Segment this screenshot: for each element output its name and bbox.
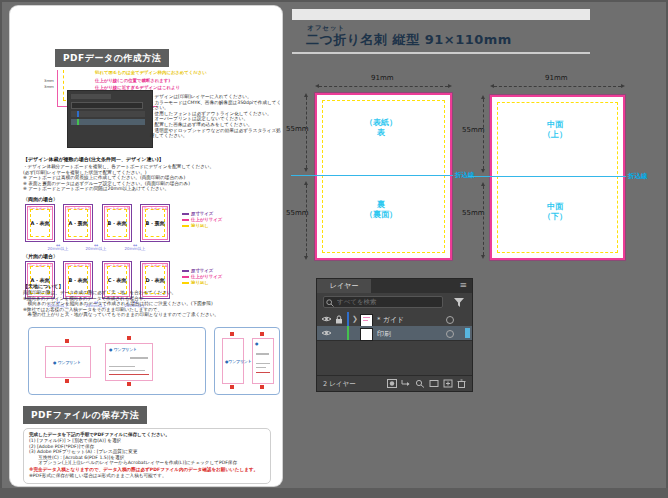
bleed-dim-b: 3mm	[44, 84, 54, 89]
frame-legend: 原寸サイズ 仕上がりサイズ 塗り足し	[182, 211, 222, 229]
top-marker	[127, 336, 131, 340]
yellow-swatch-icon	[182, 282, 189, 284]
filter-icon[interactable]	[454, 298, 464, 307]
screenshot-root: PDFデータの作成方法 切れて困るものは全てデザイン枠内におさめてください 3m…	[0, 0, 668, 498]
layer-row-print[interactable]: 印刷	[317, 326, 472, 341]
orientation-example-portrait: ●ワンプリント ●	[214, 327, 280, 395]
make-mask-icon[interactable]	[387, 379, 397, 388]
d1-bottom-panel-label: 裏 （裏面）	[331, 200, 431, 220]
sample-card-front: ●ワンプリント	[222, 338, 244, 384]
d1-top-panel-label: （表紙） 表	[331, 118, 431, 138]
trim-line-vertical	[57, 70, 58, 106]
layer-name[interactable]: 印刷	[377, 329, 391, 339]
panel-footer: 2 レイヤー	[317, 375, 472, 391]
d2-width-dim	[494, 86, 621, 87]
multi-design-rules: ・デザイン体裁分アートボードを複製し、各アートボードにデザインを配置してください…	[23, 164, 279, 192]
visibility-eye-icon[interactable]	[321, 315, 332, 323]
layers-panel: レイヤー ≡ ❯ * ガイド 印刷 2 レイヤー	[317, 279, 472, 391]
layer-color-chip	[347, 312, 349, 326]
instruction-page: PDFデータの作成方法 切れて困るものは全てデザイン枠内におさめてください 3m…	[10, 6, 282, 486]
bleed-note: 切れて困るものは全てデザイン枠内におさめてください	[95, 70, 207, 75]
group-simplex-label: 〈片面の場合〉	[23, 253, 58, 259]
bottom-marker	[260, 385, 264, 389]
artboard-card: アートボード2A・裏面	[63, 204, 93, 242]
locate-object-icon[interactable]	[415, 379, 425, 388]
product-title: 二つ折り名刺 縦型 91×110mm	[306, 31, 512, 49]
search-icon	[326, 299, 334, 307]
target-circle-icon[interactable]	[446, 330, 454, 338]
top-bar	[292, 9, 590, 20]
creation-rules-list: ・デザインは[印刷]レイヤーに入れてください。 ・カラーモードはCMYK、画像の…	[150, 94, 282, 139]
rule-line: 希望の仕上がりと天・地が異なっていてもそのままの印刷となりますのでご了承ください…	[23, 312, 279, 318]
d2-width-label: 91mm	[545, 74, 568, 82]
top-marker	[65, 339, 69, 343]
visibility-eye-icon[interactable]	[321, 329, 332, 337]
sample-card-front: ● ワンプリント	[45, 346, 91, 378]
collect-icon[interactable]	[429, 379, 439, 388]
sample-card-back: ● ワンプリント	[105, 343, 153, 381]
thumb-row	[71, 119, 145, 125]
magenta-swatch-icon	[182, 276, 189, 278]
d2-fold-line	[468, 176, 626, 177]
group-duplex-label: 〈両面の場合〉	[23, 196, 58, 202]
layer-count: 2 レイヤー	[323, 380, 356, 389]
layer-color-chip	[347, 326, 349, 340]
d2-lower-label: 55mm	[462, 209, 485, 217]
rule-line: ※ アートボードとアートボードの間隔は20mm以上あけてください。	[23, 186, 279, 192]
section-header-pdf-save: PDFファイルの保存方法	[23, 406, 147, 424]
rule-line: ・カラーモードはCMYK、画像の解像度は350dpiで作成してください。	[150, 100, 282, 111]
sample-logo: ● ワンプリント	[53, 360, 81, 365]
new-sublayer-icon[interactable]	[401, 379, 411, 388]
sample-logo: ●	[255, 341, 258, 346]
rule-line: ・透明度やドロップシャドウなどの効果は必ずラスタライズ処理してください。	[150, 128, 282, 139]
search-input[interactable]	[323, 296, 443, 308]
bottom-edge-band	[0, 488, 668, 498]
title-rule	[292, 52, 590, 54]
delete-trash-icon[interactable]	[457, 379, 466, 388]
artboard-card: アートボード3B・表面	[102, 204, 132, 242]
expand-chevron-icon[interactable]: ❯	[352, 315, 358, 323]
trim-note: 仕上がり線(この位置で裁断されます)	[95, 78, 170, 83]
new-layer-icon[interactable]	[443, 379, 453, 388]
bleed-dim-a: 3mm	[44, 78, 54, 83]
gap-dimension: ↔20mm以上	[43, 243, 73, 252]
lock-icon[interactable]	[335, 315, 343, 324]
layer-row-guide[interactable]: ❯ * ガイド	[317, 312, 472, 327]
tab-layers[interactable]: レイヤー	[317, 279, 371, 293]
layer-name[interactable]: * ガイド	[377, 315, 404, 325]
panel-menu-icon[interactable]: ≡	[459, 280, 467, 290]
bottom-marker	[230, 385, 234, 389]
save-warning: ※完全データ入稿となりますので、データ入稿の際は必ずPDFファイル内のデータ確認…	[29, 467, 258, 473]
d1-fold-line	[291, 175, 453, 176]
thumb-tab	[71, 94, 111, 99]
selection-color-chip	[465, 328, 470, 338]
frame-legend: 原寸サイズ 仕上がりサイズ 塗り足し	[182, 268, 222, 286]
purple-swatch-icon	[182, 213, 189, 215]
magenta-swatch-icon	[182, 219, 189, 221]
sample-logo: ● ワンプリント	[109, 347, 137, 352]
section-header-pdf-creation: PDFデータの作成方法	[55, 49, 169, 67]
orientation-header: 【天地について】	[23, 283, 63, 289]
gap-dimension: ↔20mm以上	[120, 243, 150, 252]
panel-tab-strip: レイヤー ≡	[317, 279, 472, 293]
layer-thumbnail[interactable]	[360, 314, 373, 327]
d2-fold-label: 折込線	[628, 172, 648, 181]
save-note: ※PDF形式に保存が難しい場合はai形式のままご入稿も可能です。	[29, 473, 167, 479]
orientation-rules: 両面印刷の際は、データ作成の際に必ず「天・地」を合わせてください。 ※縦向きのデ…	[23, 290, 279, 318]
d1-width-dim	[319, 86, 448, 87]
orientation-example-duplex: ● ワンプリント ● ワンプリント	[28, 327, 206, 395]
top-marker	[230, 332, 234, 336]
bottom-marker	[127, 382, 131, 386]
save-intro: 完成したデータを下記の手順でPDFファイルに保存してください。	[29, 432, 170, 438]
legend-item: 塗り足し	[182, 223, 222, 229]
gap-dimension: ↔20mm以上	[81, 243, 111, 252]
target-circle-icon[interactable]	[446, 316, 454, 324]
d1-width-label: 91mm	[371, 74, 394, 82]
d2-bottom-panel-label: 中面 （下）	[505, 202, 605, 222]
purple-swatch-icon	[182, 270, 189, 272]
d2-top-panel-label: 中面 （上）	[505, 120, 605, 140]
panel-screenshot-thumbnail	[67, 90, 153, 148]
multi-design-header: 【デザイン体裁が複数の場合(注文条件同一、デザイン違い)】	[23, 156, 164, 162]
layer-thumbnail[interactable]	[360, 328, 373, 341]
top-marker	[260, 332, 264, 336]
